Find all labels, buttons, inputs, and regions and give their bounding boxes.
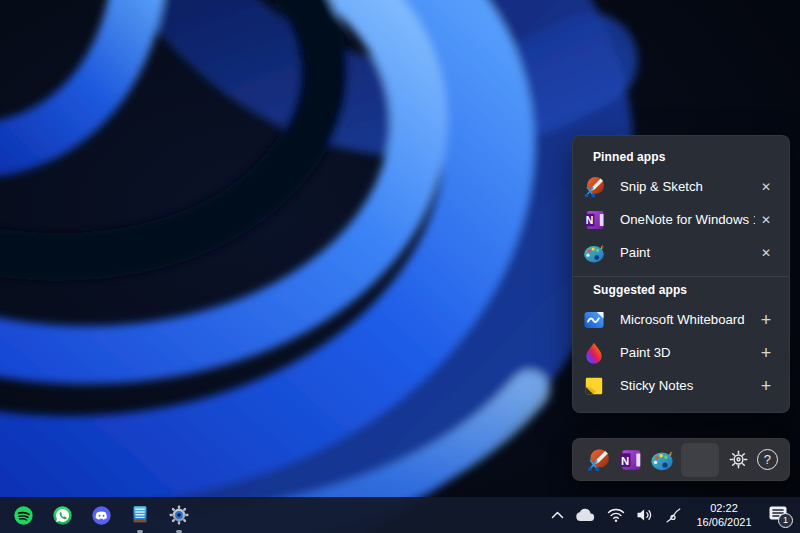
- snip-sketch-icon: [582, 175, 606, 199]
- chevron-up-icon[interactable]: [551, 511, 564, 519]
- notifications-icon[interactable]: 1: [766, 505, 790, 525]
- remove-button[interactable]: ✕: [755, 181, 777, 193]
- gear-icon: [727, 448, 750, 471]
- clock-time: 02:22: [693, 501, 755, 515]
- empty-pen-slot[interactable]: [681, 443, 719, 477]
- pen-toolbar-snip-sketch-button[interactable]: [584, 446, 611, 473]
- pen-toolbar: N: [572, 438, 790, 481]
- app-label: OneNote for Windows 10: [620, 212, 755, 227]
- onedrive-cloud-icon[interactable]: [575, 508, 596, 522]
- onenote-icon: N: [617, 447, 643, 473]
- suggested-app-row-whiteboard[interactable]: Microsoft Whiteboard +: [573, 303, 789, 336]
- suggested-apps-header: Suggested apps: [593, 283, 769, 297]
- clock-date: 16/06/2021: [693, 515, 755, 529]
- notification-badge: 1: [778, 513, 793, 528]
- add-button[interactable]: +: [755, 377, 777, 395]
- paint-icon: [649, 447, 675, 473]
- pen-toolbar-paint-button[interactable]: [649, 446, 676, 473]
- pinned-app-row-onenote[interactable]: N OneNote for Windows 10 ✕: [573, 203, 789, 236]
- suggested-app-row-sticky-notes[interactable]: Sticky Notes +: [573, 369, 789, 402]
- help-icon[interactable]: ?: [757, 449, 778, 470]
- pen-menu-flyout: Pinned apps Snip & Sketch ✕ N OneNote fo…: [572, 135, 790, 413]
- remove-button[interactable]: ✕: [755, 247, 777, 259]
- wifi-icon[interactable]: [607, 508, 625, 523]
- app-label: Paint 3D: [620, 345, 755, 360]
- svg-text:N: N: [586, 214, 594, 226]
- svg-text:N: N: [621, 454, 629, 466]
- paint-icon: [582, 241, 606, 265]
- snip-sketch-icon: [585, 447, 611, 473]
- sticky-notes-icon: [582, 374, 606, 398]
- pinned-app-row-paint[interactable]: Paint ✕: [573, 236, 789, 269]
- taskbar-pinned-apps: [0, 504, 190, 526]
- volume-icon[interactable]: [636, 508, 654, 522]
- settings-icon[interactable]: [168, 504, 190, 526]
- remove-button[interactable]: ✕: [755, 214, 777, 226]
- whatsapp-icon[interactable]: [51, 504, 73, 526]
- pinned-app-row-snip-sketch[interactable]: Snip & Sketch ✕: [573, 170, 789, 203]
- add-button[interactable]: +: [755, 311, 777, 329]
- pen-toolbar-settings-button[interactable]: [725, 446, 752, 473]
- journal-icon[interactable]: [129, 504, 151, 526]
- spotify-icon[interactable]: [12, 504, 34, 526]
- suggested-app-row-paint3d[interactable]: Paint 3D +: [573, 336, 789, 369]
- section-divider: [573, 276, 789, 277]
- pen-toolbar-onenote-button[interactable]: N: [616, 446, 643, 473]
- taskbar-clock[interactable]: 02:22 16/06/2021: [693, 501, 755, 530]
- whiteboard-icon: [582, 308, 606, 332]
- system-tray: 02:22 16/06/2021 1: [551, 501, 800, 530]
- discord-icon[interactable]: [90, 504, 112, 526]
- pen-icon[interactable]: [665, 507, 682, 524]
- add-button[interactable]: +: [755, 344, 777, 362]
- app-label: Sticky Notes: [620, 378, 755, 393]
- app-label: Snip & Sketch: [620, 179, 755, 194]
- onenote-icon: N: [582, 208, 606, 232]
- pinned-apps-header: Pinned apps: [593, 150, 769, 164]
- taskbar: 02:22 16/06/2021 1: [0, 497, 800, 533]
- app-label: Microsoft Whiteboard: [620, 312, 755, 327]
- paint3d-icon: [582, 341, 606, 365]
- app-label: Paint: [620, 245, 755, 260]
